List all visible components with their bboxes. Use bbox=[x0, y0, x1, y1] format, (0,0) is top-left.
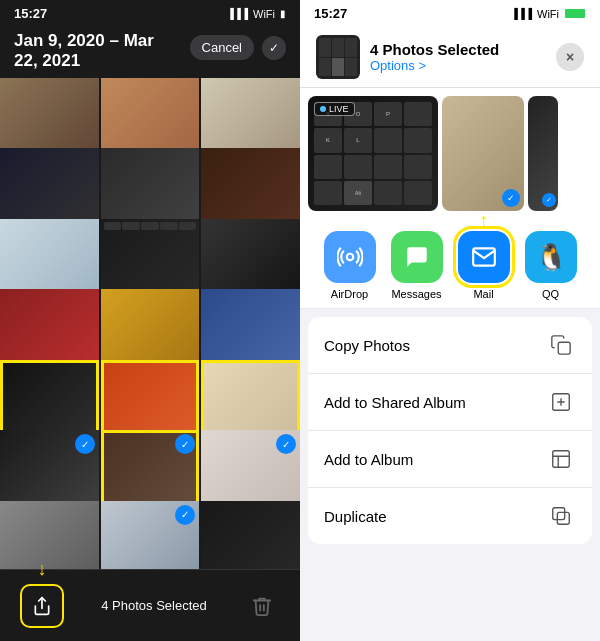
cancel-button[interactable]: Cancel bbox=[190, 35, 254, 60]
check-17: ✓ bbox=[175, 505, 195, 525]
left-phone: 15:27 ▐▐▐ WiFi ▮ Jan 9, 2020 – Mar 22, 2… bbox=[0, 0, 300, 641]
messages-icon[interactable] bbox=[391, 231, 443, 283]
status-icons-left: ▐▐▐ WiFi ▮ bbox=[227, 8, 286, 20]
share-button[interactable] bbox=[20, 584, 64, 628]
photo-header: Jan 9, 2020 – Mar 22, 2021 Cancel ✓ bbox=[0, 25, 300, 78]
action-list: Copy Photos Add to Shared Album Add to A… bbox=[308, 317, 592, 544]
add-album-label: Add to Album bbox=[324, 451, 413, 468]
action-add-album[interactable]: Add to Album bbox=[308, 431, 592, 488]
live-dot bbox=[320, 106, 326, 112]
preview-check-3: ✓ bbox=[542, 193, 556, 207]
arrow-up-yellow: ↑ bbox=[479, 209, 489, 232]
status-bar-right: 15:27 ▐▐▐ WiFi bbox=[300, 0, 600, 25]
mail-svg bbox=[471, 244, 497, 270]
preview-thumb-1[interactable]: 9 O P K L Alt bbox=[308, 96, 438, 211]
airdrop-label: AirDrop bbox=[331, 288, 368, 300]
status-time-left: 15:27 bbox=[14, 6, 47, 21]
battery-icon: ▮ bbox=[280, 8, 286, 19]
battery-icon-right bbox=[564, 8, 586, 19]
trash-icon bbox=[251, 595, 273, 617]
header-actions[interactable]: Cancel ✓ bbox=[190, 35, 286, 60]
action-duplicate[interactable]: Duplicate bbox=[308, 488, 592, 544]
messages-label: Messages bbox=[391, 288, 441, 300]
mail-label: Mail bbox=[473, 288, 493, 300]
signal-icon: ▐▐▐ bbox=[227, 8, 248, 19]
close-button[interactable]: × bbox=[556, 43, 584, 71]
action-add-shared-album[interactable]: Add to Shared Album bbox=[308, 374, 592, 431]
airdrop-svg bbox=[337, 244, 363, 270]
action-copy-photos[interactable]: Copy Photos bbox=[308, 317, 592, 374]
duplicate-icon-svg bbox=[550, 505, 572, 527]
app-row: AirDrop Messages ↑ Mail 🐧 QQ bbox=[300, 219, 600, 309]
svg-rect-7 bbox=[557, 512, 569, 524]
options-link[interactable]: Options > bbox=[370, 58, 546, 73]
share-sheet-header: 4 Photos Selected Options > × bbox=[300, 25, 600, 88]
add-album-icon bbox=[546, 444, 576, 474]
mail-icon[interactable] bbox=[458, 231, 510, 283]
photo-cell-19[interactable] bbox=[0, 501, 99, 569]
qq-icon[interactable]: 🐧 bbox=[525, 231, 577, 283]
done-check[interactable]: ✓ bbox=[262, 36, 286, 60]
signal-icon-right: ▐▐▐ bbox=[511, 8, 532, 19]
share-btn-container[interactable]: ↓ bbox=[20, 584, 64, 628]
date-line1: Jan 9, 2020 – Mar bbox=[14, 31, 154, 51]
add-shared-album-icon bbox=[546, 387, 576, 417]
selected-count: 4 Photos Selected bbox=[101, 598, 207, 613]
share-sheet-title-area: 4 Photos Selected Options > bbox=[370, 41, 546, 73]
svg-rect-6 bbox=[553, 451, 570, 468]
duplicate-label: Duplicate bbox=[324, 508, 387, 525]
share-sheet-title: 4 Photos Selected bbox=[370, 41, 546, 58]
shared-album-icon-svg bbox=[550, 391, 572, 413]
album-icon-svg bbox=[550, 448, 572, 470]
app-airdrop[interactable]: AirDrop bbox=[324, 231, 376, 300]
live-badge: LIVE bbox=[314, 102, 355, 116]
photo-grid[interactable]: 0:01 0:00 0:04 ✓ bbox=[0, 78, 300, 569]
date-line2: 22, 2021 bbox=[14, 51, 154, 71]
messages-svg bbox=[404, 244, 430, 270]
check-13: ✓ bbox=[75, 434, 95, 454]
copy-photos-label: Copy Photos bbox=[324, 337, 410, 354]
status-time-right: 15:27 bbox=[314, 6, 347, 21]
svg-rect-8 bbox=[553, 508, 565, 520]
arrow-down-indicator: ↓ bbox=[38, 559, 47, 580]
svg-rect-2 bbox=[558, 342, 570, 354]
wifi-icon-right: WiFi bbox=[537, 8, 559, 20]
airdrop-icon[interactable] bbox=[324, 231, 376, 283]
svg-point-1 bbox=[346, 254, 353, 261]
app-messages[interactable]: Messages bbox=[391, 231, 443, 300]
copy-photos-icon bbox=[546, 330, 576, 360]
wifi-icon: WiFi bbox=[253, 8, 275, 20]
add-shared-album-label: Add to Shared Album bbox=[324, 394, 466, 411]
bottom-bar: ↓ 4 Photos Selected bbox=[0, 569, 300, 641]
delete-button[interactable] bbox=[244, 588, 280, 624]
preview-thumb-2[interactable]: ✓ bbox=[442, 96, 524, 211]
live-text: LIVE bbox=[329, 104, 349, 114]
app-qq[interactable]: 🐧 QQ bbox=[525, 231, 577, 300]
status-icons-right: ▐▐▐ WiFi bbox=[511, 8, 586, 20]
share-icon bbox=[32, 596, 52, 616]
app-mail[interactable]: ↑ Mail bbox=[458, 231, 510, 300]
preview-thumb-3[interactable]: ✓ bbox=[528, 96, 558, 211]
preview-row: 9 O P K L Alt bbox=[300, 88, 600, 219]
copy-icon-svg bbox=[550, 334, 572, 356]
status-bar-left: 15:27 ▐▐▐ WiFi ▮ bbox=[0, 0, 300, 25]
right-phone: 15:27 ▐▐▐ WiFi 4 Photos Selected Options… bbox=[300, 0, 600, 641]
date-range: Jan 9, 2020 – Mar 22, 2021 bbox=[14, 31, 154, 72]
qq-label: QQ bbox=[542, 288, 559, 300]
share-thumbnail bbox=[316, 35, 360, 79]
preview-check-2: ✓ bbox=[502, 189, 520, 207]
duplicate-icon bbox=[546, 501, 576, 531]
photo-cell-21[interactable] bbox=[201, 501, 300, 569]
